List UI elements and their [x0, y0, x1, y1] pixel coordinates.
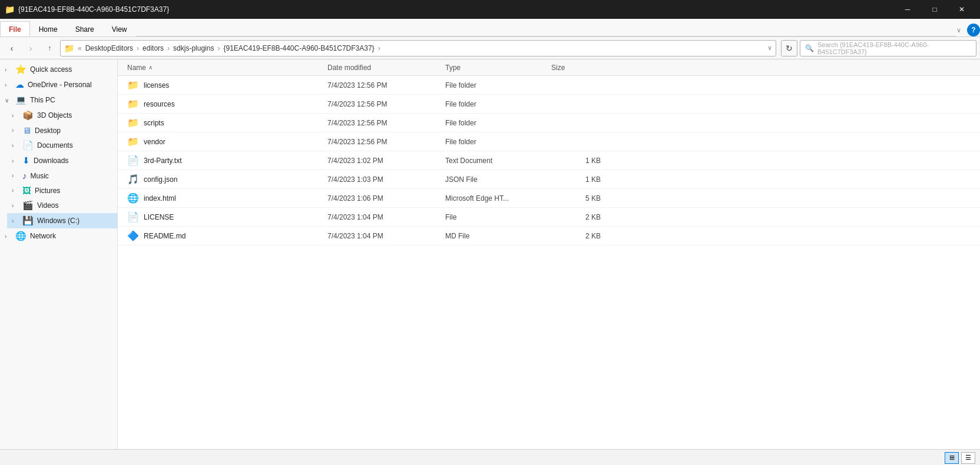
content-area: Name ∧ Date modified Type Size 📁 license… [118, 59, 980, 449]
file-label-index: index.html [144, 194, 176, 202]
drive-icon: 💾 [22, 215, 34, 226]
file-row-scripts[interactable]: 📁 scripts 7/4/2023 12:56 PM File folder [118, 114, 980, 132]
md-icon-readme: 🔷 [127, 230, 139, 241]
maximize-button[interactable]: □ [921, 0, 948, 19]
forward-button[interactable]: › [22, 40, 39, 57]
app-icon: 📁 [5, 5, 15, 14]
file-type-3rdparty: Text Document [445, 157, 551, 165]
folder-icon-scripts: 📁 [127, 117, 139, 128]
close-button[interactable]: ✕ [948, 0, 975, 19]
file-date-vendor: 7/4/2023 12:56 PM [327, 138, 445, 146]
file-name-scripts: 📁 scripts [127, 117, 327, 128]
help-button[interactable]: ? [967, 24, 980, 36]
sidebar-item-network[interactable]: › 🌐 Network [0, 228, 117, 244]
view-list-button[interactable]: ☰ [961, 452, 975, 464]
file-row-3rdparty[interactable]: 📄 3rd-Party.txt 7/4/2023 1:02 PM Text Do… [118, 151, 980, 170]
tab-share[interactable]: Share [67, 21, 103, 36]
file-label-3rdparty: 3rd-Party.txt [144, 157, 181, 165]
cloud-icon: ☁ [15, 79, 24, 90]
file-label-license: LICENSE [144, 213, 174, 221]
sidebar-label-downloads: Downloads [34, 157, 68, 165]
file-row-config[interactable]: 🎵 config.json 7/4/2023 1:03 PM JSON File… [118, 170, 980, 189]
minimize-button[interactable]: ─ [894, 0, 921, 19]
chevron-quick-access: › [5, 67, 12, 73]
col-header-name[interactable]: Name ∧ [127, 64, 327, 72]
file-type-scripts: File folder [445, 119, 551, 127]
file-label-config: config.json [144, 175, 177, 184]
html-icon-index: 🌐 [127, 192, 139, 204]
file-size-license: 2 KB [551, 213, 610, 221]
chevron-pictures: › [12, 187, 19, 194]
sidebar-label-quick-access: Quick access [30, 65, 72, 74]
title-bar-left: 📁 {91EAC419-EF8B-440C-A960-B451C7DF3A37} [5, 5, 169, 14]
star-icon: ⭐ [15, 64, 27, 75]
breadcrumb-sep-1: › [137, 44, 139, 52]
sidebar-item-documents[interactable]: › 📄 Documents [7, 138, 117, 153]
sidebar-item-3d-objects[interactable]: › 📦 3D Objects [7, 108, 117, 123]
col-header-size[interactable]: Size [551, 64, 610, 72]
breadcrumb-guid[interactable]: {91EAC419-EF8B-440C-A960-B451C7DF3A37} [223, 44, 374, 52]
downloads-icon: ⬇ [22, 155, 30, 166]
folder-icon-vendor: 📁 [127, 136, 139, 147]
file-date-resources: 7/4/2023 12:56 PM [327, 100, 445, 108]
search-box[interactable]: 🔍 Search {91EAC419-EF8B-440C-A960-B451C7… [800, 40, 976, 57]
sidebar-label-desktop: Desktop [35, 127, 61, 135]
column-header-row: Name ∧ Date modified Type Size [118, 59, 980, 76]
file-type-vendor: File folder [445, 138, 551, 146]
sidebar-item-music[interactable]: › ♪ Music [7, 168, 117, 183]
chevron-music: › [12, 172, 19, 179]
file-row-licenses[interactable]: 📁 licenses 7/4/2023 12:56 PM File folder [118, 76, 980, 95]
chevron-windows-c: › [12, 218, 19, 224]
title-bar: 📁 {91EAC419-EF8B-440C-A960-B451C7DF3A37}… [0, 0, 980, 19]
file-name-3rdparty: 📄 3rd-Party.txt [127, 155, 327, 166]
back-button[interactable]: ‹ [4, 40, 20, 57]
file-row-index[interactable]: 🌐 index.html 7/4/2023 1:06 PM Microsoft … [118, 189, 980, 208]
documents-icon: 📄 [22, 140, 34, 151]
tab-home[interactable]: Home [30, 21, 67, 36]
tab-file[interactable]: File [0, 21, 30, 36]
search-placeholder: Search {91EAC419-EF8B-440C-A960-B451C7DF… [817, 41, 971, 55]
file-row-license[interactable]: 📄 LICENSE 7/4/2023 1:04 PM File 2 KB [118, 208, 980, 227]
sidebar-item-pictures[interactable]: › 🖼 Pictures [7, 183, 117, 198]
sidebar-item-quick-access[interactable]: › ⭐ Quick access [0, 62, 117, 77]
chevron-videos: › [12, 202, 19, 209]
file-name-license: 📄 LICENSE [127, 211, 327, 222]
up-button[interactable]: ↑ [41, 40, 58, 57]
sidebar-item-desktop[interactable]: › 🖥 Desktop [7, 123, 117, 138]
file-name-resources: 📁 resources [127, 98, 327, 109]
breadcrumb-sdkjs[interactable]: sdkjs-plugins [173, 44, 214, 52]
breadcrumb-sep-3: › [217, 44, 220, 52]
file-row-vendor[interactable]: 📁 vendor 7/4/2023 12:56 PM File folder [118, 132, 980, 151]
file-size-index: 5 KB [551, 194, 610, 202]
sidebar-label-pictures: Pictures [35, 187, 60, 195]
3d-icon: 📦 [22, 110, 34, 121]
chevron-onedrive: › [5, 82, 12, 88]
breadcrumb-sep-2: › [167, 44, 170, 52]
refresh-button[interactable]: ↻ [781, 40, 797, 57]
sidebar-label-network: Network [30, 232, 56, 240]
breadcrumb-desktopeditors[interactable]: DesktopEditors [85, 44, 133, 52]
sidebar-label-music: Music [31, 172, 49, 180]
dropdown-icon[interactable]: ∨ [767, 44, 772, 52]
sidebar-label-documents: Documents [37, 141, 73, 150]
sidebar-item-windows-c[interactable]: › 💾 Windows (C:) [7, 213, 117, 228]
folder-icon-licenses: 📁 [127, 79, 139, 91]
col-header-date[interactable]: Date modified [327, 64, 445, 72]
sidebar-item-videos[interactable]: › 🎬 Videos [7, 198, 117, 213]
status-bar: ⊞ ☰ [0, 449, 980, 465]
file-row-resources[interactable]: 📁 resources 7/4/2023 12:56 PM File folde… [118, 95, 980, 114]
chevron-desktop: › [12, 127, 19, 134]
file-row-readme[interactable]: 🔷 README.md 7/4/2023 1:04 PM MD File 2 K… [118, 227, 980, 245]
file-date-license: 7/4/2023 1:04 PM [327, 213, 445, 221]
ribbon-tabs: File Home Share View ∨ ? [0, 19, 980, 36]
col-header-type[interactable]: Type [445, 64, 551, 72]
file-name-licenses: 📁 licenses [127, 79, 327, 91]
tab-view[interactable]: View [103, 21, 136, 36]
breadcrumb-sep-0: « [78, 44, 82, 52]
view-details-button[interactable]: ⊞ [945, 452, 959, 464]
sidebar-item-onedrive[interactable]: › ☁ OneDrive - Personal [0, 77, 117, 92]
sidebar-item-downloads[interactable]: › ⬇ Downloads [7, 153, 117, 168]
address-box[interactable]: 📁 « DesktopEditors › editors › sdkjs-plu… [60, 40, 776, 57]
breadcrumb-editors[interactable]: editors [143, 44, 164, 52]
sidebar-item-this-pc[interactable]: ∨ 💻 This PC [0, 92, 117, 108]
